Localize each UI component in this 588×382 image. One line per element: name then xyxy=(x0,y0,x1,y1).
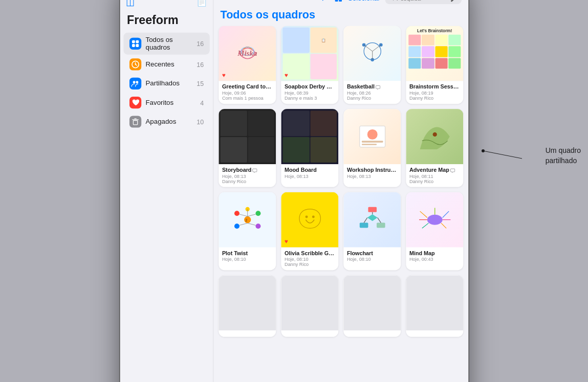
board-card-storyboard[interactable]: Storyboard Hoje, 08:13 Danny Rico xyxy=(219,109,276,187)
board-card-soapbox[interactable]: 📋 ♥ Soapbox Derby Plann... Hoje, 08:39 D… xyxy=(281,26,338,104)
sidebar-item-label-all: Todos os quadros xyxy=(145,36,192,51)
board-thumbnail-soapbox: 📋 ♥ xyxy=(281,26,338,81)
board-info-workshop: Workshop Instructions Hoje, 08:13 xyxy=(343,164,401,182)
board-card-row4b[interactable] xyxy=(281,275,338,336)
svg-line-2 xyxy=(483,151,522,159)
svg-point-45 xyxy=(245,207,249,211)
board-card-adventure[interactable]: Adventure Map Hoje, 08:11 Danny Rico xyxy=(406,109,463,187)
mic-icon[interactable]: 🎤 xyxy=(450,0,457,2)
board-meta-mindmap: Hoje, 00:43 xyxy=(409,256,460,261)
board-thumbnail-mindmap xyxy=(406,192,463,247)
board-card-row4a[interactable] xyxy=(219,275,276,336)
board-info-basketball: Basketball Hoje, 08:26 Danny Rico xyxy=(343,81,401,104)
board-author-brainstorm: Danny Rico xyxy=(409,95,460,100)
search-bar: 🎤 xyxy=(385,0,461,4)
board-card-brainstorm[interactable]: Let's Brainstorm! Brainstorm Session Hoj… xyxy=(406,26,463,104)
board-thumbnail-workshop xyxy=(343,109,401,164)
svg-rect-4 xyxy=(132,40,135,43)
heart-icon xyxy=(129,97,141,108)
svg-line-50 xyxy=(247,223,255,225)
svg-line-59 xyxy=(363,217,367,222)
sidebar-item-count-deleted: 10 xyxy=(197,118,204,125)
new-document-icon[interactable]: 📄 xyxy=(197,0,207,7)
svg-point-12 xyxy=(136,81,138,83)
board-info-storyboard: Storyboard Hoje, 08:13 Danny Rico xyxy=(219,164,276,187)
board-card-flowchart[interactable]: Flowchart Hoje, 08:10 xyxy=(343,192,401,270)
svg-point-61 xyxy=(427,214,442,224)
svg-line-49 xyxy=(239,223,247,225)
board-info-row4d xyxy=(406,330,463,336)
board-card-row4c[interactable] xyxy=(343,275,401,336)
board-meta-adventure: Hoje, 08:11 xyxy=(409,173,460,178)
svg-line-48 xyxy=(247,214,255,216)
board-card-olivia[interactable]: ♥ Olivia Scribble Game Hoje, 08:10 Danny… xyxy=(281,192,338,270)
board-thumbnail-plottwist: 2 xyxy=(219,192,276,247)
board-author-adventure: Danny Rico xyxy=(409,178,460,184)
callout-shared-text: Um quadropartilhado xyxy=(546,146,581,165)
svg-point-26 xyxy=(370,58,374,61)
svg-point-52 xyxy=(305,215,308,218)
board-card-basketball[interactable]: Basketball Hoje, 08:26 Danny Rico xyxy=(343,26,401,104)
svg-rect-57 xyxy=(376,222,385,228)
people-icon xyxy=(129,77,141,89)
board-meta-plottwist: Hoje, 08:10 xyxy=(222,256,272,261)
board-meta-flowchart: Hoje, 08:10 xyxy=(346,256,397,261)
sidebar-item-recent[interactable]: Recentes 16 xyxy=(123,55,209,74)
board-info-greeting: Greeting Card to Sign Hoje, 09:06 Com ma… xyxy=(219,81,276,104)
board-author-olivia: Danny Rico xyxy=(284,261,335,266)
sidebar-item-shared[interactable]: Partilhados 15 xyxy=(123,74,209,93)
sidebar-toggle-icon[interactable]: ◫ xyxy=(126,0,135,7)
svg-line-10 xyxy=(135,64,136,65)
svg-line-60 xyxy=(377,217,381,222)
board-info-flowchart: Flowchart Hoje, 08:10 xyxy=(343,247,401,265)
svg-point-3 xyxy=(482,149,485,152)
boards-grid: Miska ♥ Greeting Card to Sign Hoje, 09:0… xyxy=(213,26,468,382)
svg-rect-13 xyxy=(133,120,137,124)
board-author-storyboard: Danny Rico xyxy=(222,178,272,184)
svg-point-44 xyxy=(255,223,260,229)
sidebar-item-count-all: 16 xyxy=(197,40,204,47)
sidebar-item-label-recent: Recentes xyxy=(145,60,192,68)
board-name-basketball: Basketball xyxy=(346,83,397,89)
board-info-olivia: Olivia Scribble Game Hoje, 08:10 Danny R… xyxy=(281,247,338,270)
board-card-workshop[interactable]: Workshop Instructions Hoje, 08:13 xyxy=(343,109,401,187)
board-meta-greeting: Hoje, 09:06 xyxy=(222,90,272,95)
search-input[interactable] xyxy=(396,0,447,2)
board-info-row4a xyxy=(219,330,276,336)
board-info-brainstorm: Brainstorm Session Hoje, 08:19 Danny Ric… xyxy=(406,81,463,104)
board-card-mindmap[interactable]: Mind Map Hoje, 00:43 xyxy=(406,192,463,270)
sidebar-item-label-deleted: Apagados xyxy=(145,118,192,125)
board-card-moodboard[interactable]: Mood Board Hoje, 08:13 xyxy=(281,109,338,187)
board-thumbnail-flowchart xyxy=(343,192,401,247)
new-board-button[interactable] xyxy=(320,0,329,4)
svg-rect-7 xyxy=(136,44,139,47)
sidebar-item-favorites[interactable]: Favoritos 4 xyxy=(123,93,209,112)
sidebar-item-all[interactable]: Todos os quadros 16 xyxy=(123,32,209,54)
sidebar: ◫ 📄 Freeform Todos os quadros 16 Recente… xyxy=(120,0,213,382)
svg-point-41 xyxy=(234,211,239,216)
board-name-mindmap: Mind Map xyxy=(409,250,460,256)
board-name-adventure: Adventure Map xyxy=(409,166,460,172)
board-card-plottwist[interactable]: 2 Plot Twist Hoje, 08:10 xyxy=(219,192,276,270)
three-dots-icon: ••• xyxy=(335,0,346,2)
page-title: Todos os quadros xyxy=(213,7,468,26)
board-thumbnail-storyboard xyxy=(219,109,276,164)
board-name-greeting: Greeting Card to Sign xyxy=(222,83,272,89)
board-author-basketball: Danny Rico xyxy=(346,95,397,100)
board-thumbnail-row4d xyxy=(406,275,463,330)
board-thumbnail-adventure xyxy=(406,109,463,164)
svg-rect-56 xyxy=(359,222,368,228)
select-button[interactable]: Selecionar xyxy=(347,0,380,2)
sidebar-item-count-favorites: 4 xyxy=(200,99,204,106)
sidebar-nav: Todos os quadros 16 Recentes 16 Partilha… xyxy=(120,32,213,131)
sidebar-item-count-recent: 16 xyxy=(197,60,204,68)
board-thumbnail-moodboard xyxy=(281,109,338,164)
board-meta-olivia: Hoje, 08:10 xyxy=(284,256,335,261)
svg-text:2: 2 xyxy=(245,218,247,222)
sidebar-item-deleted[interactable]: Apagados 10 xyxy=(123,112,209,131)
board-info-mindmap: Mind Map Hoje, 00:43 xyxy=(406,247,463,265)
board-author-greeting: Com mais 1 pessoa xyxy=(222,95,272,100)
board-card-greeting[interactable]: Miska ♥ Greeting Card to Sign Hoje, 09:0… xyxy=(219,26,276,104)
app-title: Freeform xyxy=(120,12,213,32)
board-card-row4d[interactable] xyxy=(406,275,463,336)
